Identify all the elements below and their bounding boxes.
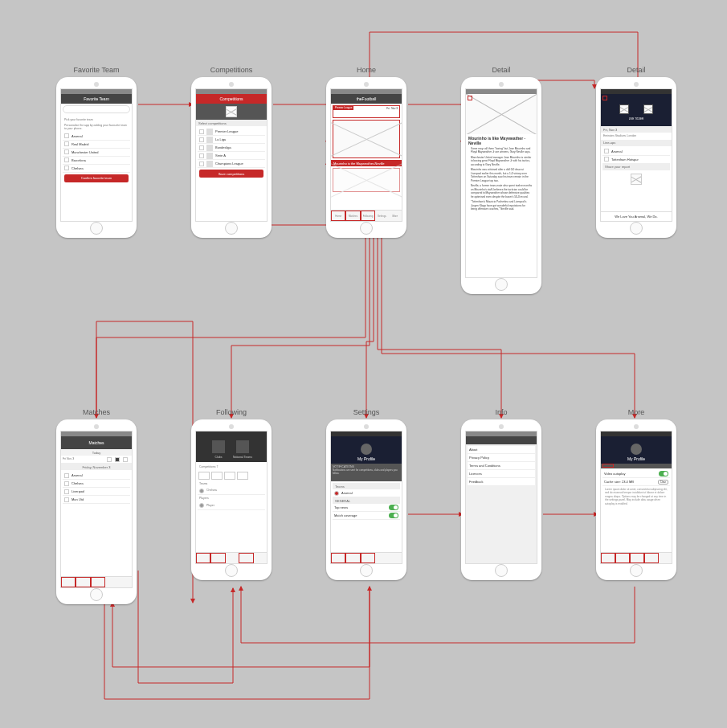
tab-following[interactable] bbox=[91, 577, 105, 587]
date-selector[interactable]: Fri Nov 3 bbox=[61, 456, 132, 464]
toggle-row[interactable]: Top news bbox=[333, 504, 400, 512]
team-label: Tottenham Hotspur bbox=[611, 157, 639, 162]
tab-home[interactable] bbox=[61, 577, 76, 587]
article-p: Some may call them "boring" but Jose Mou… bbox=[471, 147, 532, 154]
comp-card[interactable] bbox=[198, 472, 210, 480]
comp-card[interactable] bbox=[224, 472, 235, 480]
player-follow-row[interactable]: Player bbox=[198, 502, 265, 510]
tab-following[interactable] bbox=[226, 553, 239, 563]
team-row[interactable]: Arsenal bbox=[333, 489, 400, 497]
tab-more[interactable] bbox=[389, 553, 402, 563]
fixture-row[interactable]: Arsenal bbox=[63, 472, 130, 480]
screen-settings[interactable]: My Profile NOTIFICATIONS Notifications a… bbox=[326, 419, 406, 580]
tab-home[interactable] bbox=[331, 553, 345, 563]
tab-settings[interactable] bbox=[375, 553, 388, 563]
tab-following[interactable] bbox=[630, 553, 644, 563]
profile-title: My Profile bbox=[627, 456, 645, 461]
toggle-switch[interactable] bbox=[389, 513, 398, 518]
tab-settings[interactable] bbox=[105, 577, 118, 587]
hero-match-tile[interactable]: Premier League Fri · Nov 3 bbox=[333, 105, 400, 118]
team-follow-row[interactable]: Chelsea bbox=[198, 487, 265, 495]
share-label: Share your report bbox=[602, 164, 670, 170]
info-row[interactable]: Feedback bbox=[468, 478, 535, 486]
team-row[interactable]: Barcelona bbox=[63, 157, 130, 165]
header-title: Competitions bbox=[219, 96, 243, 101]
article-card[interactable] bbox=[333, 168, 400, 192]
tab-more[interactable]: More bbox=[389, 211, 402, 221]
save-button[interactable]: Save competitions bbox=[199, 170, 263, 178]
comp-row[interactable]: Premier League bbox=[198, 128, 265, 136]
live-badge: LIVE TICKER bbox=[629, 117, 643, 121]
tab-matches[interactable] bbox=[76, 577, 90, 587]
screen-info[interactable]: About Privacy Policy Terms and Condition… bbox=[461, 419, 541, 580]
team-row[interactable]: Arsenal bbox=[63, 133, 130, 141]
header-title: Matches bbox=[89, 440, 104, 445]
date-row: Fri, Nov 3 bbox=[601, 126, 672, 133]
section-header: Select competitions bbox=[196, 120, 267, 126]
tab-matches[interactable] bbox=[615, 553, 630, 563]
info-row[interactable]: About bbox=[468, 446, 535, 454]
screen-home[interactable]: theFootball Premier League Fri · Nov 3 M… bbox=[326, 77, 406, 238]
fixture-row[interactable]: Man Utd bbox=[63, 496, 130, 504]
team-row[interactable]: Manchester United bbox=[63, 149, 130, 157]
chip-clubs[interactable] bbox=[212, 440, 225, 453]
comp-row[interactable]: Serie A bbox=[198, 152, 265, 160]
screen-matches[interactable]: Matches Today Fri Nov 3 Friday, November… bbox=[56, 419, 137, 604]
tab-home[interactable] bbox=[601, 553, 615, 563]
tab-more[interactable] bbox=[254, 553, 267, 563]
info-row[interactable]: Licences bbox=[468, 470, 535, 478]
fixture-row[interactable]: Chelsea bbox=[63, 480, 130, 488]
confirm-button[interactable]: Confirm favorite team bbox=[64, 174, 129, 182]
tab-home[interactable] bbox=[196, 553, 210, 563]
tab-home[interactable]: Home bbox=[331, 211, 345, 221]
tab-more[interactable] bbox=[659, 553, 672, 563]
comp-row[interactable]: La Liga bbox=[198, 136, 265, 144]
tab-more[interactable] bbox=[119, 577, 132, 587]
comp-card[interactable] bbox=[237, 472, 248, 480]
venue: Emirates Stadium, London bbox=[601, 133, 672, 140]
avatar[interactable] bbox=[631, 444, 642, 455]
header: My Profile bbox=[331, 436, 402, 464]
tab-following[interactable] bbox=[361, 553, 375, 563]
video-toggle-row[interactable]: Video autoplay bbox=[602, 470, 670, 478]
toggle-row[interactable]: Match coverage bbox=[333, 512, 400, 520]
tab-matches[interactable] bbox=[345, 553, 360, 563]
team-label: Arsenal bbox=[71, 134, 83, 138]
screen-competitions[interactable]: Competitions Select competitions Premier… bbox=[191, 77, 272, 238]
chip-national[interactable] bbox=[236, 440, 249, 453]
comp-card[interactable] bbox=[211, 472, 223, 480]
screen-detail-article[interactable]: Mourinho is like Mayweather - Neville So… bbox=[461, 77, 541, 294]
chip-label: National Teams bbox=[233, 456, 252, 460]
tab-settings[interactable]: Settings bbox=[375, 211, 388, 221]
screen-more[interactable]: My Profile Video autoplay Cache size: 23… bbox=[596, 419, 676, 580]
team-row[interactable]: Chelsea bbox=[63, 165, 130, 173]
clear-button[interactable]: Clear bbox=[658, 480, 668, 485]
avatar[interactable] bbox=[361, 444, 372, 455]
info-row[interactable]: Privacy Policy bbox=[468, 454, 535, 462]
hero-block bbox=[196, 104, 267, 120]
comp-row[interactable]: Champions League bbox=[198, 160, 265, 168]
tab-settings[interactable] bbox=[239, 553, 253, 563]
screen-following[interactable]: Clubs National Teams Competitions 7 Team… bbox=[191, 419, 272, 580]
team-row[interactable]: Real Madrid bbox=[63, 141, 130, 149]
comp-row[interactable]: Bundesliga bbox=[198, 144, 265, 152]
tab-matches[interactable] bbox=[210, 553, 225, 563]
article-card[interactable] bbox=[333, 120, 400, 158]
toggle-switch[interactable] bbox=[659, 471, 668, 476]
screen-favorite-team[interactable]: Favorite Team Pick your favorite team Pe… bbox=[56, 77, 137, 238]
back-button[interactable] bbox=[602, 96, 607, 100]
tab-following[interactable]: Following bbox=[361, 211, 375, 221]
screen-detail-match[interactable]: LIVE TICKER Fri, Nov 3 Emirates Stadium,… bbox=[596, 77, 676, 238]
tab-matches[interactable]: Matches bbox=[345, 211, 360, 221]
fixture-row[interactable]: Liverpool bbox=[63, 488, 130, 496]
search-input[interactable] bbox=[63, 105, 130, 113]
tab-settings[interactable] bbox=[644, 553, 659, 563]
info-label: Licences bbox=[469, 472, 482, 476]
team-label: Arsenal bbox=[341, 491, 353, 495]
back-button[interactable] bbox=[468, 96, 472, 100]
toggle-switch[interactable] bbox=[389, 505, 398, 510]
wireframe-flow-canvas: Favorite Team Competitions Home Detail D… bbox=[0, 0, 727, 728]
label-following: Following bbox=[191, 408, 272, 416]
article-p: Manchester United manager Jose Mourinho … bbox=[471, 156, 532, 166]
info-row[interactable]: Terms and Conditions bbox=[468, 462, 535, 470]
